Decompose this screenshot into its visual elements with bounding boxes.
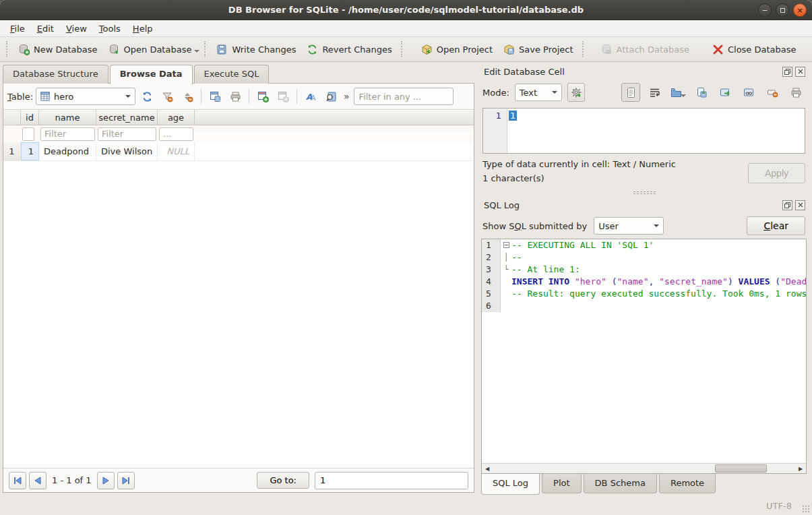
export-data-button[interactable] [692, 83, 711, 102]
auto-apply-button[interactable] [567, 83, 585, 102]
sql-log-line: 4INSERT INTO "hero" ("name", "secret_nam… [482, 276, 806, 288]
edit-cell-title: Edit Database Cell [484, 67, 780, 77]
font-settings-button[interactable]: AA [302, 88, 319, 105]
tab-browse-data[interactable]: Browse Data [110, 65, 193, 84]
menu-help[interactable]: Help [127, 22, 159, 36]
link-icon [743, 87, 755, 98]
next-record-button[interactable] [97, 472, 115, 489]
sql-log-title: SQL Log [484, 200, 780, 210]
float-dock-icon[interactable] [782, 200, 792, 210]
cell-editor-buttons [621, 83, 805, 102]
close-button[interactable]: × [793, 3, 807, 17]
sql-log-line: 2│-- [482, 251, 806, 264]
bottom-tab-db-schema[interactable]: DB Schema [584, 474, 657, 493]
insert-record-icon [257, 91, 269, 102]
last-record-button[interactable] [117, 472, 135, 489]
tab-execute-sql[interactable]: Execute SQL [194, 65, 270, 84]
vertical-splitter[interactable] [474, 62, 480, 497]
tab-database-structure[interactable]: Database Structure [3, 65, 108, 84]
grid-corner [3, 110, 21, 125]
close-database-button[interactable]: Close Database [707, 40, 802, 59]
show-sql-label: Show SQL submitted by [482, 221, 587, 231]
menu-view[interactable]: View [60, 22, 93, 36]
open-database-button[interactable]: Open Database [103, 40, 197, 59]
edit-cell-toolbar: Mode: Text [481, 80, 807, 105]
save-project-button[interactable]: Save Project [498, 40, 579, 59]
cell-name[interactable]: Deadpond [39, 142, 96, 160]
scroll-right-icon[interactable]: ▶ [795, 464, 806, 473]
refresh-button[interactable] [138, 88, 156, 105]
print-cell-button[interactable] [786, 83, 805, 102]
encoding-indicator[interactable]: UTF-8 [766, 501, 792, 511]
table-select-value: hero [54, 92, 117, 102]
menu-file[interactable]: File [4, 22, 31, 36]
revert-changes-button[interactable]: Revert Changes [301, 40, 397, 59]
cell-age[interactable]: NULL [158, 142, 195, 160]
open-project-label: Open Project [437, 44, 493, 55]
open-database-dropdown-caret[interactable] [194, 50, 199, 55]
open-in-external-button[interactable] [716, 83, 735, 102]
mode-select[interactable]: Text [515, 84, 562, 101]
bottom-tab-plot[interactable]: Plot [542, 474, 582, 493]
column-header-name[interactable]: name [39, 110, 96, 125]
sql-log-line: 1-- EXECUTING ALL IN 'SQL 1' [482, 239, 806, 251]
toolbar-handle[interactable] [6, 41, 9, 57]
titlebar[interactable]: DB Browser for SQLite - /home/user/code/… [0, 0, 812, 20]
cell-id[interactable]: 1 [21, 142, 39, 160]
table-select[interactable]: hero [36, 88, 135, 105]
close-dock-icon[interactable] [795, 200, 805, 210]
goto-button[interactable]: Go to: [257, 472, 309, 489]
clear-filters-button[interactable] [158, 88, 176, 105]
close-dock-icon[interactable] [795, 67, 805, 77]
column-header-secret-name[interactable]: secret_name [96, 110, 158, 125]
cell-secret-name[interactable]: Dive Wilson [96, 142, 158, 160]
column-header-age[interactable]: age [158, 110, 195, 125]
resize-grip[interactable] [802, 505, 810, 513]
cell-editor-text[interactable]: 1 [507, 109, 805, 153]
menu-tools[interactable]: Tools [93, 22, 127, 36]
clear-log-button[interactable]: Clear [747, 216, 805, 235]
filter-age-input[interactable] [159, 127, 193, 141]
scroll-thumb[interactable] [715, 464, 767, 473]
menu-edit[interactable]: Edit [31, 22, 60, 36]
filter-any-input[interactable] [354, 88, 454, 105]
write-changes-button[interactable]: Write Changes [211, 40, 301, 59]
scroll-left-icon[interactable]: ◀ [482, 464, 493, 473]
fold-margin[interactable] [501, 239, 511, 251]
row-number[interactable]: 1 [3, 142, 21, 160]
import-data-button[interactable] [668, 83, 687, 102]
filter-secret-name-input[interactable] [98, 127, 156, 141]
sql-log-line: 6 [482, 300, 806, 312]
float-dock-icon[interactable] [782, 67, 792, 77]
clear-sorting-button[interactable] [179, 88, 196, 105]
data-grid: id name secret_name age [3, 109, 474, 468]
insert-record-button[interactable] [254, 88, 272, 105]
goto-input[interactable] [315, 472, 468, 489]
new-database-button[interactable]: New Database [13, 40, 103, 59]
print-table-button[interactable] [226, 88, 244, 105]
filter-id-input[interactable] [22, 127, 34, 141]
cell-editor[interactable]: 1 1 [482, 108, 805, 154]
minimize-button[interactable]: − [758, 3, 772, 17]
cell-editor-selection: 1 [509, 111, 517, 121]
find-in-table-button[interactable] [322, 88, 340, 105]
text-mode-button[interactable] [621, 83, 640, 102]
toolbar-overflow-chevron[interactable]: » [344, 91, 350, 102]
sql-log-line: 5-- Result: query executed successfully.… [482, 288, 806, 300]
sql-log-filter-select[interactable]: User [594, 217, 664, 235]
filter-name-input[interactable] [40, 127, 95, 141]
column-header-id[interactable]: id [21, 110, 39, 125]
bottom-tab-sql-log[interactable]: SQL Log [481, 473, 540, 495]
word-wrap-button[interactable] [645, 83, 664, 102]
sql-log-editor[interactable]: 1-- EXECUTING ALL IN 'SQL 1'2│--3└-- At … [481, 239, 807, 463]
open-project-button[interactable]: Open Project [416, 40, 498, 59]
bottom-tab-remote[interactable]: Remote [659, 474, 716, 493]
previous-record-button[interactable] [29, 472, 46, 489]
sql-log-horizontal-scrollbar[interactable]: ◀ ▶ [481, 463, 807, 474]
copy-link-button[interactable] [739, 83, 758, 102]
first-record-button[interactable] [9, 472, 26, 489]
save-table-button[interactable] [206, 88, 224, 105]
set-null-button[interactable] [763, 83, 782, 102]
dock-splitter[interactable] [481, 189, 807, 197]
maximize-button[interactable] [776, 3, 789, 17]
